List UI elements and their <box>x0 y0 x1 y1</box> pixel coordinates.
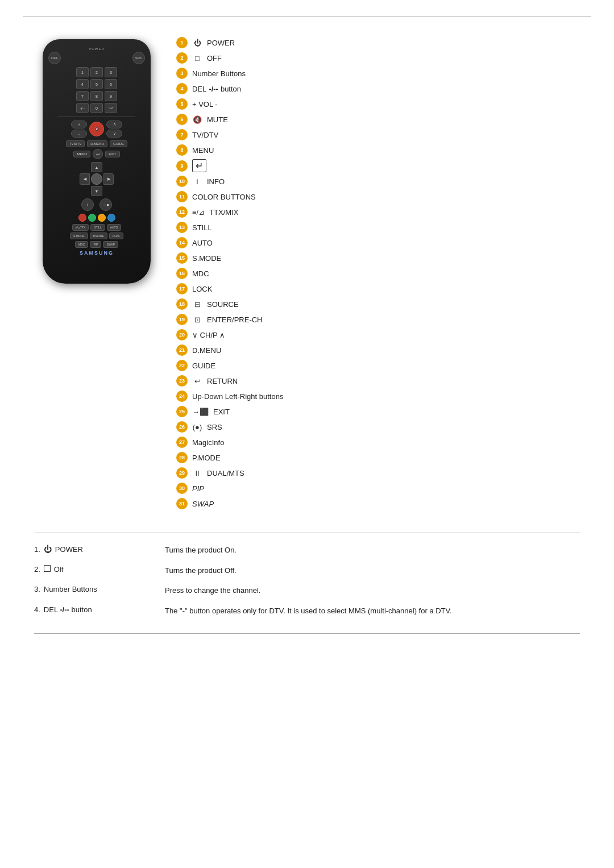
btn-pip2[interactable]: PIP <box>90 241 101 248</box>
item-label: MENU <box>192 146 214 155</box>
desc-num: 4. <box>34 605 40 614</box>
btn-left[interactable]: ◀ <box>80 173 90 185</box>
list-item: 10iINFO <box>176 175 580 188</box>
item-number: 29 <box>176 467 188 479</box>
btn-dual-mts[interactable]: DUAL <box>109 232 123 239</box>
btn-9[interactable]: 9 <box>105 91 117 101</box>
remote-ttx-row: ≡/⊿TTX STILL AUTO <box>48 224 145 231</box>
item-number: 25 <box>176 406 188 417</box>
desc-num: 2. <box>34 565 40 574</box>
btn-enter[interactable] <box>91 173 102 185</box>
list-item: 30PIP <box>176 482 580 495</box>
btn-mdc[interactable]: MDC <box>75 241 88 248</box>
btn-ttx[interactable]: ≡/⊿TTX <box>72 224 89 231</box>
item-number: 1 <box>176 37 188 48</box>
btn-source[interactable]: SRC <box>132 52 145 64</box>
list-item: 16MDC <box>176 267 580 280</box>
description-row: 4. DEL -/-- buttonThe "-" button operate… <box>34 605 580 617</box>
btn-green[interactable] <box>88 214 96 222</box>
list-item: 6🔇MUTE <box>176 113 580 126</box>
btn-info[interactable]: i <box>81 198 94 211</box>
list-item: 14AUTO <box>176 236 580 249</box>
remote-power-label: POWER <box>48 47 145 51</box>
item-number: 14 <box>176 237 188 248</box>
item-label: AUTO <box>192 239 213 247</box>
item-label: SRS <box>207 423 222 431</box>
item-label: RETURN <box>207 377 238 385</box>
btn-vol-up[interactable]: + <box>71 121 87 128</box>
list-item: 20∨ CH/P ∧ <box>176 329 580 341</box>
btn-ch-up[interactable]: ∧ <box>106 121 122 128</box>
btn-8[interactable]: 8 <box>90 91 103 101</box>
desc-num: 3. <box>34 585 40 593</box>
btn-12[interactable]: 12 <box>105 103 117 113</box>
btn-yellow[interactable] <box>98 214 106 222</box>
item-number: 17 <box>176 283 188 294</box>
remote-color-btns <box>48 214 145 222</box>
desc-text: Turns the product On. <box>165 545 237 556</box>
samsung-logo: SAMSUNG <box>48 250 145 256</box>
list-item: 19⊡ENTER/PRE-CH <box>176 313 580 326</box>
btn-tv-dtv[interactable]: TV/DTV <box>66 140 85 147</box>
desc-label-text: Off <box>54 565 64 574</box>
remote-return-row: MENU ↩ EXIT <box>48 149 145 159</box>
list-item: 11COLOR BUTTONS <box>176 190 580 203</box>
desc-num: 1. <box>34 545 40 554</box>
item-label: D.MENU <box>192 346 221 355</box>
btn-right[interactable]: ▶ <box>103 173 114 185</box>
remote-info-exit-row: i →■ <box>48 198 145 211</box>
btn-1[interactable]: 1 <box>76 67 89 77</box>
item-label: POWER <box>207 39 235 47</box>
item-number: 19 <box>176 314 188 325</box>
btn-7[interactable]: 7 <box>76 91 89 101</box>
enter-symbol: ↵ <box>192 159 206 172</box>
btn-still[interactable]: STILL <box>90 224 105 231</box>
btn-6[interactable]: 6 <box>105 79 117 89</box>
remote-menu-row: TV/DTV D.MENU GUIDE <box>48 140 145 147</box>
btn-5[interactable]: 5 <box>90 79 103 89</box>
btn-red[interactable] <box>78 214 86 222</box>
btn-2[interactable]: 2 <box>90 67 103 77</box>
item-icon: ⊟ <box>192 300 202 309</box>
btn-return[interactable]: ↩ <box>93 149 103 159</box>
description-row: 3.Number ButtonsPress to change the chan… <box>34 585 580 596</box>
btn-exit2[interactable]: →■ <box>99 198 112 211</box>
btn-ch-dn[interactable]: ∨ <box>106 130 122 138</box>
btn-up[interactable]: ▲ <box>91 162 102 172</box>
desc-icon <box>44 565 51 574</box>
btn-4[interactable]: 4 <box>76 79 89 89</box>
desc-text: Turns the product Off. <box>165 565 237 576</box>
btn-mute[interactable]: 🔇 <box>89 122 104 136</box>
item-label: ∨ CH/P ∧ <box>192 331 225 339</box>
btn-exit[interactable]: EXIT <box>105 151 119 157</box>
item-icon: →⬛ <box>192 408 209 416</box>
btn-swap[interactable]: SWAP <box>103 241 118 248</box>
item-number: 30 <box>176 483 188 494</box>
btn-d-menu[interactable]: D.MENU <box>87 140 107 147</box>
desc-label: 4. DEL -/-- button <box>34 605 154 614</box>
btn-menu[interactable]: MENU <box>73 151 90 157</box>
btn-3[interactable]: 3 <box>105 67 117 77</box>
btn-0[interactable]: 0 <box>90 103 103 113</box>
btn-off[interactable]: OFF <box>48 52 61 64</box>
btn-vol-dn[interactable]: - <box>71 130 87 138</box>
btn-auto[interactable]: AUTO <box>107 224 122 231</box>
desc-label-text: POWER <box>55 545 83 554</box>
item-label: COLOR BUTTONS <box>192 193 256 201</box>
btn-del[interactable]: -/-- <box>76 103 89 113</box>
btn-guide[interactable]: GUIDE <box>110 140 127 147</box>
desc-text: The "-" button operates only for DTV. It… <box>165 605 452 617</box>
btn-pmode[interactable]: P.MODE <box>90 232 107 239</box>
item-number: 12 <box>176 206 188 218</box>
list-item: 5+ VOL - <box>176 98 580 110</box>
btn-smode[interactable]: S.MODE <box>70 232 88 239</box>
del-label: DEL -/-- button <box>192 85 241 93</box>
list-item: 29IIDUAL/MTS <box>176 467 580 479</box>
list-item: 2□OFF <box>176 52 580 64</box>
list-item: 31SWAP <box>176 497 580 510</box>
btn-down[interactable]: ▼ <box>91 186 102 196</box>
btn-blue[interactable] <box>107 214 115 222</box>
list-item: 22GUIDE <box>176 359 580 372</box>
list-item: 8MENU <box>176 144 580 156</box>
item-number: 13 <box>176 222 188 233</box>
